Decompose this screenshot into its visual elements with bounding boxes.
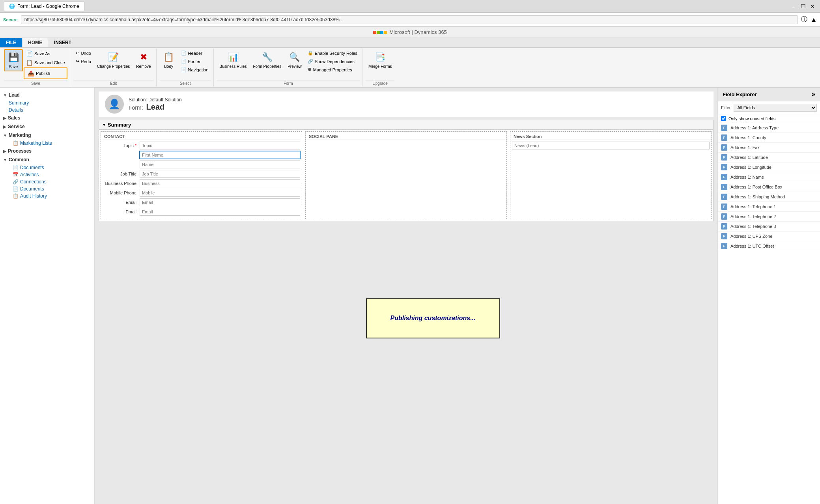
merge-forms-button[interactable]: 📑 Merge Forms [366,49,394,71]
redo-button[interactable]: ↪ Redo [73,58,93,65]
sidebar-section-lead[interactable]: ▼ Lead [0,91,94,99]
undo-button[interactable]: ↩ Undo [73,49,93,57]
business-rules-button[interactable]: 📊 Business Rules [217,49,250,71]
contact-column-header: CONTACT [103,133,300,140]
settings-icon[interactable]: ▲ [811,16,817,23]
topic-input[interactable] [140,142,300,149]
tab-insert[interactable]: INSERT [48,38,77,47]
form-properties-button[interactable]: 🔧 Form Properties [250,49,284,71]
name-input[interactable] [140,161,300,168]
field-row-topic: Topic [103,142,300,149]
save-as-label: Save As [34,51,50,56]
email1-input[interactable] [140,198,300,206]
sidebar-item-documents2[interactable]: 📄 Documents [0,185,94,192]
filter-select[interactable]: All Fields [734,104,817,112]
save-button[interactable]: 💾 Save [4,49,23,71]
sidebar-item-summary[interactable]: Summary [0,99,94,106]
form-column-social: SOCIAL PANE [305,131,507,219]
common-section-label: Common [9,157,29,162]
mobilephone-label: Mobile Phone [103,190,138,195]
redo-label: Redo [81,59,91,64]
news-input[interactable] [512,142,710,149]
save-label: Save [9,65,18,69]
bizphone-input[interactable] [140,179,300,187]
jobtitle-input[interactable] [140,170,300,178]
tab-home[interactable]: HOME [22,38,48,47]
minimize-icon[interactable]: – [790,3,797,10]
field-list-item[interactable]: FAddress 1: Shipping Method [718,192,820,202]
select-group-label: Select [160,80,211,86]
body-button[interactable]: 📋 Body [160,49,178,71]
publish-button[interactable]: 📤 Publish [25,69,66,78]
browser-tab[interactable]: 🌐 Form: Lead - Google Chrome [4,2,84,11]
publishing-overlay: Publishing customizations... [366,298,500,338]
sidebar-section-common[interactable]: ▼ Common [0,155,94,164]
url-bar[interactable]: https://sg807b5630304.crm10.dynamics.com… [21,15,798,24]
field-list-item[interactable]: FAddress 1: Longitude [718,162,820,172]
email2-input[interactable] [140,208,300,216]
sidebar-section-marketing[interactable]: ▼ Marketing [0,131,94,140]
close-icon[interactable]: ✕ [809,3,816,10]
email2-label: Email [103,209,138,214]
dependencies-icon: 🔗 [308,59,313,64]
tab-file[interactable]: FILE [0,38,22,47]
field-row-firstname [103,151,300,159]
unused-fields-checkbox[interactable] [721,116,726,121]
sidebar-item-connections[interactable]: 🔗 Connections [0,178,94,185]
processes-triangle-icon: ▶ [3,149,6,153]
field-list-item[interactable]: FAddress 1: County [718,133,820,143]
change-properties-button[interactable]: 📝 Change Properties [94,49,133,71]
navigation-button[interactable]: 📄 Navigation [179,66,211,73]
field-list-item[interactable]: FAddress 1: Fax [718,143,820,153]
ribbon-group-select: 📋 Body 📄 Header 📄 Footer 📄 Navigation [157,49,214,86]
save-group-buttons: 💾 Save 📄 Save As 📋 Save and Close [4,49,67,79]
header-button[interactable]: 📄 Header [179,49,211,57]
field-list-item[interactable]: FAddress 1: Telephone 2 [718,212,820,222]
save-and-close-button[interactable]: 📋 Save and Close [24,58,67,67]
upgrade-group-label: Upgrade [366,80,394,86]
field-list-item[interactable]: FAddress 1: Name [718,172,820,182]
enable-security-roles-button[interactable]: 🔒 Enable Security Roles [305,49,360,57]
field-list-item[interactable]: FAddress 1: Telephone 1 [718,202,820,212]
firstname-input[interactable] [140,151,300,159]
secure-label: Secure [3,17,18,22]
field-explorer-expand-icon[interactable]: » [812,91,815,98]
sidebar-section-sales[interactable]: ▶ Sales [0,114,94,122]
lead-triangle-icon: ▼ [3,93,7,97]
maximize-icon[interactable]: ☐ [799,3,807,10]
sidebar-item-documents[interactable]: 📄 Documents [0,164,94,171]
field-list-item[interactable]: FAddress 1: UTC Offset [718,241,820,251]
sidebar-item-details[interactable]: Details [0,106,94,114]
field-list-item[interactable]: FAddress 1: Latitude [718,153,820,162]
managed-properties-button[interactable]: ⚙ Managed Properties [305,66,360,73]
field-item-label: Address 1: Shipping Method [730,194,785,199]
upgrade-group-buttons: 📑 Merge Forms [366,49,394,79]
field-item-label: Address 1: Name [730,175,764,179]
preview-button[interactable]: 🔍 Preview [285,49,304,71]
sidebar-section-service[interactable]: ▶ Service [0,122,94,131]
field-list-item[interactable]: FAddress 1: Post Office Box [718,182,820,192]
sidebar-section-processes[interactable]: ▶ Processes [0,147,94,155]
remove-button[interactable]: ✖ Remove [133,49,153,71]
branding-text: Microsoft | Dynamics 365 [389,29,447,35]
change-properties-icon: 📝 [107,51,120,63]
field-filter-row: Filter All Fields [718,101,820,114]
sidebar-item-marketing-lists[interactable]: 📋 Marketing Lists [0,140,94,147]
field-list-item[interactable]: FAddress 1: UPS Zone [718,231,820,241]
field-list-item[interactable]: FAddress 1: Address Type [718,123,820,133]
footer-button[interactable]: 📄 Footer [179,58,211,65]
footer-label: Footer [188,59,201,64]
mobilephone-input[interactable] [140,189,300,197]
field-item-icon: F [721,164,727,170]
field-row-email2: Email [103,208,300,216]
help-icon[interactable]: ⓘ [801,15,807,24]
save-as-button[interactable]: 📄 Save As [24,49,67,58]
form-name-row: Form: Lead [129,103,182,112]
tab-favicon: 🌐 [9,4,15,9]
sidebar-item-activities[interactable]: 📅 Activities [0,171,94,178]
field-list-item[interactable]: FAddress 1: Telephone 3 [718,222,820,231]
show-dependencies-button[interactable]: 🔗 Show Dependencies [305,58,360,65]
documents2-icon: 📄 [13,186,19,192]
field-item-label: Address 1: Address Type [730,125,779,130]
sidebar-item-audit-history[interactable]: 📋 Audit History [0,192,94,200]
